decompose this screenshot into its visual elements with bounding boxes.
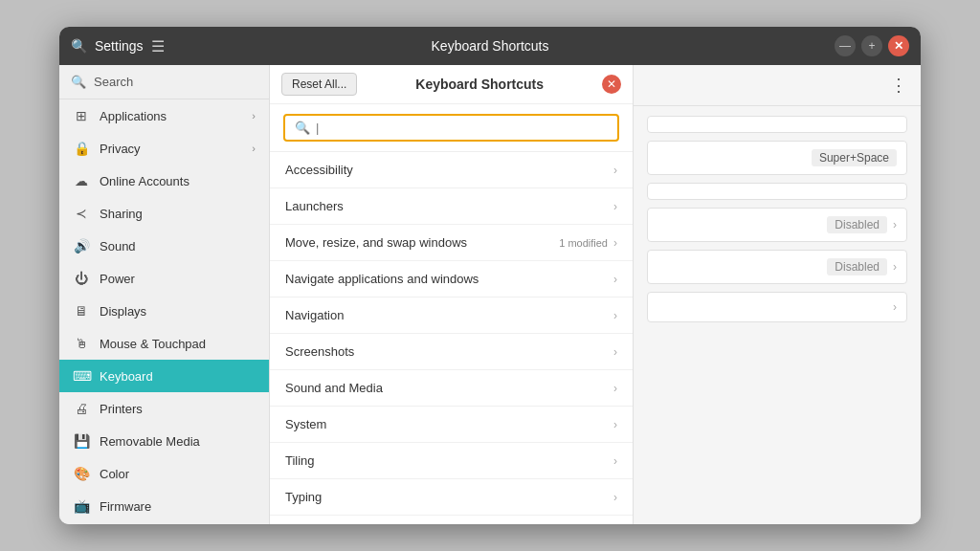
titlebar-left: 🔍 Settings ☰ xyxy=(71,37,281,55)
sidebar-item-power[interactable]: ⏻ Power xyxy=(59,262,269,295)
minimize-button[interactable]: — xyxy=(835,35,856,56)
color-icon: 🎨 xyxy=(73,466,90,481)
sidebar: 🔍 Search ⊞ Applications › 🔒 Privacy › ☁ … xyxy=(59,65,270,524)
sidebar-item-mouse[interactable]: 🖱 Mouse & Touchpad xyxy=(59,327,269,360)
right-row-5-arrow: › xyxy=(893,260,897,274)
right-row-4-value: Disabled xyxy=(827,216,887,233)
shortcut-arrow-system: › xyxy=(613,418,617,431)
shortcut-label-sound-media: Sound and Media xyxy=(285,381,613,395)
titlebar: 🔍 Settings ☰ Keyboard Shortcuts — + ✕ xyxy=(59,27,921,65)
sidebar-item-sound[interactable]: 🔊 Sound xyxy=(59,230,269,262)
shortcut-arrow-navigation: › xyxy=(613,309,617,322)
shortcut-item-sound-media[interactable]: Sound and Media › xyxy=(270,370,633,407)
sidebar-label-printers: Printers xyxy=(100,402,143,416)
privacy-icon: 🔒 xyxy=(73,141,90,156)
right-row-6-arrow: › xyxy=(893,300,897,314)
shortcut-label-navigate-apps: Navigate applications and windows xyxy=(285,272,613,286)
shortcut-item-system[interactable]: System › xyxy=(270,407,633,443)
right-row-6[interactable]: › xyxy=(647,292,907,322)
shortcut-arrow-screenshots: › xyxy=(613,345,617,359)
search-bar[interactable]: 🔍 xyxy=(283,114,619,142)
shortcut-item-screenshots[interactable]: Screenshots › xyxy=(270,334,633,370)
panel-title: Keyboard Shortcuts xyxy=(432,38,549,54)
content-area: 🔍 Search ⊞ Applications › 🔒 Privacy › ☁ … xyxy=(59,65,921,524)
sharing-icon: ≺ xyxy=(73,206,90,221)
sidebar-label-online-accounts: Online Accounts xyxy=(100,174,189,188)
applications-icon: ⊞ xyxy=(73,108,90,123)
dots-menu-icon[interactable]: ⋮ xyxy=(890,75,907,96)
right-row-3 xyxy=(647,183,907,200)
middle-panel-title: Keyboard Shortcuts xyxy=(365,77,594,92)
sidebar-label-privacy: Privacy xyxy=(100,142,141,156)
reset-all-button[interactable]: Reset All... xyxy=(281,73,357,96)
sidebar-item-keyboard[interactable]: ⌨ Keyboard xyxy=(59,360,269,392)
shortcut-item-move-resize[interactable]: Move, resize, and swap windows 1 modifie… xyxy=(270,225,633,261)
sidebar-item-privacy[interactable]: 🔒 Privacy › xyxy=(59,132,269,165)
shortcut-item-navigate-apps[interactable]: Navigate applications and windows › xyxy=(270,261,633,298)
sidebar-item-firmware[interactable]: 📺 Firmware xyxy=(59,490,269,522)
search-bar-icon: 🔍 xyxy=(295,121,310,135)
right-row-2: Super+Space xyxy=(647,141,907,175)
sidebar-label-sharing: Sharing xyxy=(100,207,143,221)
shortcut-label-launchers: Launchers xyxy=(285,199,613,213)
window-title: Settings xyxy=(95,38,144,54)
displays-icon: 🖥 xyxy=(73,303,90,319)
shortcut-arrow-tiling: › xyxy=(613,454,617,468)
keyboard-icon: ⌨ xyxy=(73,368,90,384)
search-icon[interactable]: 🔍 xyxy=(71,38,87,54)
removable-icon: 💾 xyxy=(73,433,90,449)
right-panel: ⋮ Super+Space Disabled xyxy=(634,65,921,524)
close-button[interactable]: ✕ xyxy=(888,35,909,56)
shortcut-arrow-navigate-apps: › xyxy=(613,273,617,286)
sidebar-item-color[interactable]: 🎨 Color xyxy=(59,457,269,490)
search-input[interactable] xyxy=(316,121,608,135)
firmware-icon: 📺 xyxy=(73,498,90,514)
shortcut-label-navigation: Navigation xyxy=(285,308,613,322)
shortcut-arrow-accessibility: › xyxy=(613,164,617,177)
right-row-5-value: Disabled xyxy=(827,258,887,276)
search-bar-wrapper: 🔍 xyxy=(270,104,633,152)
sidebar-item-online-accounts[interactable]: ☁ Online Accounts xyxy=(59,165,269,197)
right-row-4-arrow: › xyxy=(893,218,897,231)
sidebar-search-label: Search xyxy=(94,75,133,89)
sidebar-label-removable: Removable Media xyxy=(100,434,200,449)
right-panel-content: Super+Space Disabled › Disabled › xyxy=(634,106,921,524)
shortcut-arrow-move-resize: › xyxy=(613,236,617,250)
shortcut-item-typing[interactable]: Typing › xyxy=(270,479,633,516)
shortcut-arrow-sound-media: › xyxy=(613,382,617,395)
shortcut-item-launchers[interactable]: Launchers › xyxy=(270,188,633,225)
shortcut-label-screenshots: Screenshots xyxy=(285,344,613,359)
printers-icon: 🖨 xyxy=(73,401,90,416)
right-panel-header: ⋮ xyxy=(634,65,921,106)
sidebar-item-printers[interactable]: 🖨 Printers xyxy=(59,392,269,425)
sidebar-item-sharing[interactable]: ≺ Sharing xyxy=(59,197,269,230)
shortcut-category-list: Accessibility › Launchers › Move, resize… xyxy=(270,152,633,524)
shortcut-item-tiling[interactable]: Tiling › xyxy=(270,443,633,479)
shortcut-label-system: System xyxy=(285,417,613,431)
shortcut-item-windows[interactable]: Windows › xyxy=(270,516,633,524)
right-row-4[interactable]: Disabled › xyxy=(647,208,907,242)
sidebar-label-applications: Applications xyxy=(100,109,167,123)
sidebar-item-displays[interactable]: 🖥 Displays xyxy=(59,295,269,327)
shortcut-item-accessibility[interactable]: Accessibility › xyxy=(270,152,633,188)
shortcut-label-tiling: Tiling xyxy=(285,453,613,468)
mouse-icon: 🖱 xyxy=(73,336,90,351)
menu-icon[interactable]: ☰ xyxy=(151,37,165,55)
right-row-1 xyxy=(647,116,907,133)
sidebar-label-color: Color xyxy=(100,467,129,481)
maximize-button[interactable]: + xyxy=(861,35,882,56)
right-row-5[interactable]: Disabled › xyxy=(647,250,907,284)
middle-panel: Reset All... Keyboard Shortcuts ✕ 🔍 Acce… xyxy=(270,65,634,524)
sidebar-label-mouse: Mouse & Touchpad xyxy=(100,337,206,351)
sidebar-label-firmware: Firmware xyxy=(100,499,151,514)
sidebar-label-sound: Sound xyxy=(100,239,136,253)
sidebar-search-row[interactable]: 🔍 Search xyxy=(59,65,269,99)
shortcut-label-typing: Typing xyxy=(285,490,613,504)
close-panel-button[interactable]: ✕ xyxy=(602,75,621,94)
sidebar-item-applications[interactable]: ⊞ Applications › xyxy=(59,99,269,132)
shortcut-item-navigation[interactable]: Navigation › xyxy=(270,298,633,334)
sidebar-item-removable[interactable]: 💾 Removable Media xyxy=(59,425,269,457)
sidebar-search-icon: 🔍 xyxy=(71,75,86,89)
right-row-2-value: Super+Space xyxy=(812,149,897,166)
sidebar-label-displays: Displays xyxy=(100,304,146,319)
